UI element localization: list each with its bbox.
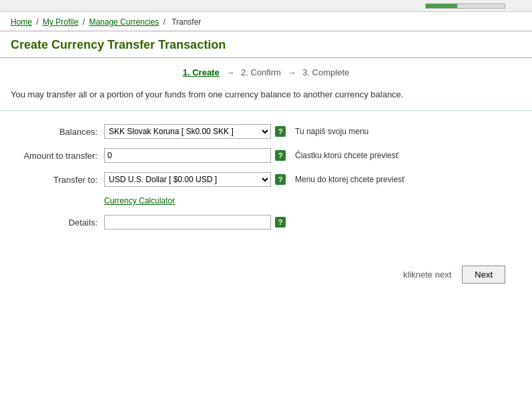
transfer-to-row: Transfer to: USD U.S. Dollar [ $0.00 USD…	[11, 172, 521, 187]
amount-input[interactable]	[104, 148, 271, 163]
balances-tooltip: Tu napiš svoju menu	[295, 127, 368, 136]
details-control-wrap: ?	[104, 215, 286, 230]
progress-bar-container	[425, 3, 505, 9]
bottom-area: kliknete next Next	[0, 246, 532, 297]
transfer-to-tooltip: Menu do ktorej chcete previesť	[295, 175, 405, 184]
balances-label: Balances:	[11, 127, 104, 137]
amount-label: Amount to transfer:	[11, 151, 104, 161]
progress-bar-fill	[426, 4, 457, 8]
details-row: Details: ?	[11, 215, 521, 230]
top-bar	[0, 0, 532, 12]
breadcrumb-current: Transfer	[172, 17, 201, 27]
step-arrow2: →	[288, 67, 296, 77]
currency-calc-row: Currency Calculator	[104, 196, 521, 206]
amount-row: Amount to transfer: ? Čiastku ktorú chce…	[11, 148, 521, 163]
details-label: Details:	[11, 218, 104, 228]
breadcrumb-my-profile[interactable]: My Profile	[43, 17, 78, 27]
step3: 3. Complete	[302, 67, 349, 77]
kliknete-text: kliknete next	[403, 270, 451, 280]
step1: 1. Create	[183, 67, 220, 77]
breadcrumb-manage-currencies[interactable]: Manage Currencies	[89, 17, 159, 27]
amount-tooltip: Čiastku ktorú chcete previesť	[295, 151, 398, 160]
steps-container: 1. Create → 2. Confirm → 3. Complete	[0, 58, 532, 84]
breadcrumb-home[interactable]: Home	[11, 17, 32, 27]
next-button[interactable]: Next	[462, 266, 505, 284]
page-title: Create Currency Transfer Transaction	[0, 31, 532, 58]
breadcrumb-sep3: /	[163, 17, 168, 27]
breadcrumb: Home / My Profile / Manage Currencies / …	[0, 12, 532, 31]
transfer-to-control-wrap: USD U.S. Dollar [ $0.00 USD ] ? Menu do …	[104, 172, 405, 187]
balances-control-wrap: SKK Slovak Koruna [ Sk0.00 SKK ] ? Tu na…	[104, 124, 368, 139]
transfer-to-help-icon[interactable]: ?	[275, 174, 286, 185]
form-area: Balances: SKK Slovak Koruna [ Sk0.00 SKK…	[0, 117, 532, 246]
amount-control-wrap: ? Čiastku ktorú chcete previesť	[104, 148, 398, 163]
description: You may transfer all or a portion of you…	[0, 84, 532, 111]
balances-row: Balances: SKK Slovak Koruna [ Sk0.00 SKK…	[11, 124, 521, 139]
breadcrumb-sep2: /	[83, 17, 87, 27]
balances-select[interactable]: SKK Slovak Koruna [ Sk0.00 SKK ]	[104, 124, 271, 139]
balances-help-icon[interactable]: ?	[275, 126, 286, 137]
details-input[interactable]	[104, 215, 271, 230]
breadcrumb-sep1: /	[36, 17, 41, 27]
step-arrow1: →	[226, 67, 234, 77]
transfer-to-label: Transfer to:	[11, 175, 104, 185]
currency-calc-link[interactable]: Currency Calculator	[104, 196, 175, 206]
amount-help-icon[interactable]: ?	[275, 150, 286, 161]
transfer-to-select[interactable]: USD U.S. Dollar [ $0.00 USD ]	[104, 172, 271, 187]
details-help-icon[interactable]: ?	[275, 217, 286, 228]
step2: 2. Confirm	[241, 67, 281, 77]
